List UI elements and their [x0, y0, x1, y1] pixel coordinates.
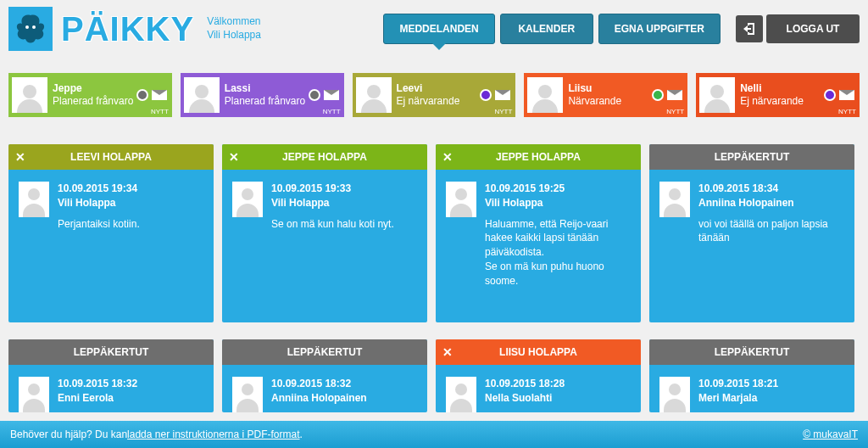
nytt-label: NYTT — [666, 108, 684, 115]
envelope-icon[interactable] — [152, 90, 167, 100]
child-name: Lassi — [225, 82, 309, 95]
child-card-jeppe[interactable]: JeppePlanerad frånvaro NYTT — [8, 73, 172, 117]
logout-icon[interactable] — [736, 15, 763, 42]
card-title: LEPPÄKERTUT — [715, 151, 790, 163]
message-card[interactable]: LEPPÄKERTUT 10.09.2015 18:21Meri Marjala — [649, 339, 854, 412]
card-header: LEPPÄKERTUT — [8, 339, 214, 365]
card-title: LEEVI HOLAPPA — [70, 151, 152, 163]
card-title: JEPPE HOLAPPA — [282, 151, 367, 163]
child-card-leevi[interactable]: LeeviEj närvarande NYTT — [353, 73, 516, 117]
author: Anniina Holopainen — [271, 391, 367, 406]
svg-point-1 — [32, 25, 36, 29]
message-card[interactable]: ✕JEPPE HOLAPPA 10.09.2015 19:33Vili Hola… — [222, 144, 427, 322]
footer-text-pre: Behöver du hjälp? Du kan — [10, 428, 127, 440]
message-card[interactable]: LEPPÄKERTUT 10.09.2015 18:34Anniina Holo… — [649, 144, 854, 322]
author: Vili Holappa — [271, 196, 394, 210]
status-dot-icon — [309, 89, 320, 101]
card-title: LEPPÄKERTUT — [287, 346, 363, 358]
avatar-icon — [232, 377, 263, 412]
message-text: Haluamme, että Reijo-vaari hakee kaikki … — [485, 217, 631, 288]
child-card-nelli[interactable]: NelliEj närvarande NYTT — [696, 73, 860, 117]
card-header: ✕JEPPE HOLAPPA — [436, 144, 641, 170]
card-title: LIISU HOLAPPA — [499, 346, 577, 358]
nytt-label: NYTT — [151, 108, 169, 115]
timestamp: 10.09.2015 19:34 — [58, 182, 140, 196]
message-card[interactable]: LEPPÄKERTUT 10.09.2015 18:32Enni Eerola — [8, 339, 214, 412]
message-card[interactable]: ✕JEPPE HOLAPPA 10.09.2015 19:25Vili Hola… — [436, 144, 641, 322]
avatar-icon — [19, 182, 49, 217]
nytt-label: NYTT — [838, 108, 856, 115]
nav-kalender[interactable]: KALENDER — [500, 14, 593, 44]
avatar-icon — [659, 182, 690, 217]
timestamp: 10.09.2015 19:25 — [485, 182, 631, 196]
author: Nella Suolahti — [485, 391, 565, 406]
child-status: Ej närvarande — [740, 95, 824, 108]
child-status: Planerad frånvaro — [225, 95, 309, 108]
brand-title: PÄIKKY — [61, 10, 194, 48]
timestamp: 10.09.2015 18:32 — [271, 377, 367, 391]
author: Vili Holappa — [58, 196, 140, 210]
footer: Behöver du hjälp? Du kan ladda ner instr… — [0, 421, 868, 448]
timestamp: 10.09.2015 18:34 — [698, 182, 844, 196]
status-dot-icon — [652, 89, 664, 101]
child-status: Planerad frånvaro — [53, 95, 136, 108]
card-header: ✕JEPPE HOLAPPA — [222, 144, 427, 170]
logout-button[interactable]: LOGGA UT — [766, 14, 860, 43]
close-icon[interactable]: ✕ — [442, 150, 453, 164]
envelope-icon[interactable] — [667, 90, 682, 100]
nytt-label: NYTT — [495, 108, 513, 115]
child-card-lassi[interactable]: LassiPlanerad frånvaro NYTT — [181, 73, 344, 117]
child-status: Ej närvarande — [397, 95, 481, 108]
children-row: JeppePlanerad frånvaro NYTT LassiPlanera… — [0, 58, 868, 119]
card-title: LEPPÄKERTUT — [715, 346, 790, 358]
message-card[interactable]: LEPPÄKERTUT 10.09.2015 18:32Anniina Holo… — [222, 339, 427, 412]
child-card-liisu[interactable]: LiisuNärvarande NYTT — [524, 73, 687, 117]
avatar-icon — [19, 377, 49, 412]
timestamp: 10.09.2015 18:21 — [698, 377, 778, 391]
child-name: Liisu — [568, 82, 652, 95]
status-dot-icon — [824, 89, 836, 101]
author: Enni Eerola — [58, 391, 137, 406]
main-nav: MEDDELANDEN KALENDER EGNA UPPGIFTER LOGG… — [383, 14, 860, 44]
welcome-line1: Välkommen — [207, 15, 261, 29]
author: Vili Holappa — [485, 196, 631, 210]
card-header: ✕LEEVI HOLAPPA — [8, 144, 214, 170]
messages-row-1: ✕LEEVI HOLAPPA 10.09.2015 19:34Vili Hola… — [0, 119, 868, 322]
message-text: voi voi täällä on paljon lapsia tänään — [698, 217, 844, 246]
child-name: Nelli — [740, 82, 824, 95]
message-card[interactable]: ✕LIISU HOLAPPA 10.09.2015 18:28Nella Suo… — [436, 339, 641, 412]
message-card[interactable]: ✕LEEVI HOLAPPA 10.09.2015 19:34Vili Hola… — [8, 144, 214, 322]
status-dot-icon — [136, 89, 148, 101]
footer-text-post: . — [300, 428, 303, 440]
avatar-icon — [356, 77, 392, 113]
card-header: ✕LIISU HOLAPPA — [436, 339, 641, 365]
footer-pdf-link[interactable]: ladda ner instruktionerna i PDF-format — [127, 428, 299, 440]
avatar-icon — [659, 377, 690, 412]
message-text: Perjantaiksi kotiin. — [58, 217, 140, 232]
card-title: JEPPE HOLAPPA — [496, 151, 581, 163]
envelope-icon[interactable] — [839, 90, 854, 100]
envelope-icon[interactable] — [324, 90, 339, 100]
svg-point-0 — [25, 25, 29, 29]
avatar-icon — [232, 182, 263, 217]
avatar-icon — [527, 77, 563, 113]
welcome-text: Välkommen Vili Holappa — [207, 15, 261, 42]
author: Anniina Holopainen — [698, 196, 844, 210]
timestamp: 10.09.2015 18:28 — [485, 377, 565, 391]
envelope-icon[interactable] — [495, 90, 510, 100]
card-header: LEPPÄKERTUT — [222, 339, 427, 365]
logo-icon — [8, 7, 53, 51]
card-title: LEPPÄKERTUT — [74, 346, 149, 358]
card-header: LEPPÄKERTUT — [649, 339, 854, 365]
avatar-icon — [446, 182, 476, 217]
nav-meddelanden[interactable]: MEDDELANDEN — [383, 14, 494, 44]
close-icon[interactable]: ✕ — [229, 150, 239, 164]
nav-egna-uppgifter[interactable]: EGNA UPPGIFTER — [598, 14, 721, 44]
child-status: Närvarande — [568, 95, 652, 108]
close-icon[interactable]: ✕ — [15, 150, 25, 164]
close-icon[interactable]: ✕ — [442, 345, 453, 359]
footer-copyright[interactable]: © mukavaIT — [803, 428, 858, 440]
author: Meri Marjala — [698, 391, 778, 406]
child-name: Leevi — [397, 82, 481, 95]
timestamp: 10.09.2015 18:32 — [58, 377, 137, 391]
